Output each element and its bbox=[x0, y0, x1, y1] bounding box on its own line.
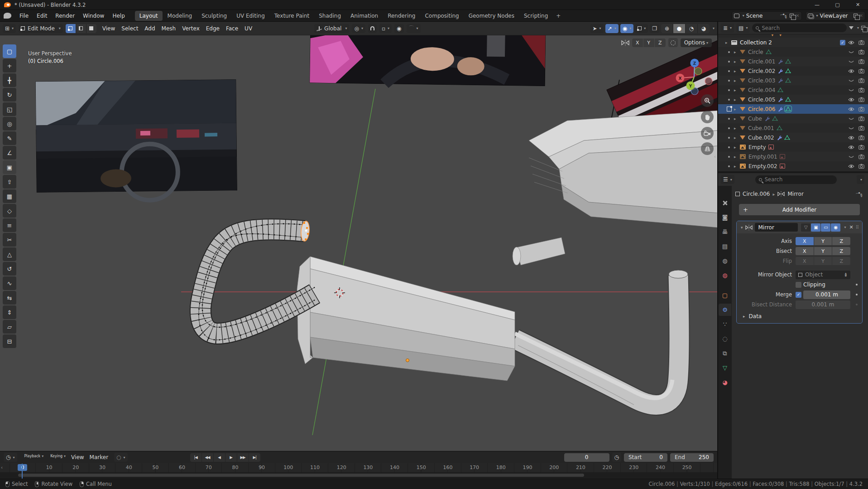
Empty[interactable]: ▸ Empty ✓ bbox=[718, 142, 868, 152]
tool-edge-slide[interactable]: ⇆ bbox=[3, 291, 16, 305]
shading-rendered[interactable]: ◕ bbox=[698, 24, 710, 33]
minimize-button[interactable]: — bbox=[807, 0, 827, 10]
restore-button[interactable]: ▢ bbox=[827, 0, 848, 10]
disable-in-renders-icon[interactable] bbox=[857, 107, 865, 111]
eye-open-icon[interactable] bbox=[848, 69, 855, 73]
breadcrumb-modifier[interactable]: Mirror bbox=[787, 191, 803, 197]
viewport-menu[interactable]: Face bbox=[223, 24, 241, 33]
menu-item[interactable]: Help bbox=[109, 11, 128, 20]
object-name[interactable]: Cube bbox=[748, 116, 762, 122]
bisect-toggle[interactable]: Z bbox=[832, 247, 850, 255]
tool-rip-region[interactable]: ⊟ bbox=[3, 334, 16, 348]
menu-item[interactable]: Edit bbox=[33, 11, 51, 20]
Circle.004[interactable]: ▸ Circle.004 ✓ bbox=[718, 85, 868, 95]
object-name[interactable]: Circle.006 bbox=[748, 106, 775, 112]
mesh-connector-tube[interactable] bbox=[513, 237, 565, 265]
expand-arrow[interactable]: ▸ bbox=[734, 155, 738, 159]
mesh-edit-wireframe-arm[interactable] bbox=[199, 221, 315, 340]
expand-arrow[interactable]: ▸ bbox=[734, 145, 738, 150]
collapse-chevron[interactable]: ▾ bbox=[741, 225, 743, 230]
sidebar-collapse-arrow[interactable]: ‹ bbox=[714, 154, 716, 159]
disable-in-renders-icon[interactable] bbox=[857, 40, 865, 45]
editor-type-button[interactable]: ⊞▾ bbox=[3, 24, 16, 33]
modifier-name-field[interactable]: Mirror bbox=[755, 223, 798, 232]
disable-in-renders-icon[interactable] bbox=[857, 87, 865, 92]
data-subpanel[interactable]: ▸Data bbox=[737, 310, 861, 320]
object-name[interactable]: Empty.002 bbox=[748, 163, 777, 169]
tab-particles[interactable]: ∵ bbox=[719, 318, 731, 330]
use-preview-range-toggle[interactable]: ◷ bbox=[612, 453, 621, 462]
toggle-viewport-display[interactable]: ▭ bbox=[821, 223, 830, 232]
viewport-menu[interactable]: Mesh bbox=[158, 24, 179, 33]
workspace-tab[interactable]: Animation bbox=[346, 11, 383, 21]
viewport-scene[interactable]: Z X Y bbox=[0, 22, 718, 451]
tool-transform[interactable]: ◎ bbox=[3, 117, 16, 131]
object-name[interactable]: Circle.003 bbox=[748, 77, 775, 84]
disable-in-renders-icon[interactable] bbox=[857, 68, 865, 73]
pivot-point-dropdown[interactable]: ◎▾ bbox=[352, 24, 365, 33]
eye-open-icon[interactable] bbox=[848, 145, 855, 150]
flip-toggle[interactable]: X bbox=[796, 257, 814, 265]
eye-open-icon[interactable] bbox=[848, 40, 855, 45]
eye-closed-icon[interactable] bbox=[848, 155, 855, 159]
eye-open-icon[interactable] bbox=[848, 97, 855, 102]
timeline-menu[interactable]: Playback▾ bbox=[22, 453, 46, 461]
play-reverse-button[interactable]: ◀ bbox=[214, 453, 225, 462]
mirror-axis-button[interactable]: Y bbox=[643, 39, 654, 47]
mirror-object-field[interactable]: Object ✐ bbox=[796, 271, 850, 279]
clipping-checkbox[interactable] bbox=[796, 282, 801, 288]
menu-item[interactable]: File bbox=[16, 11, 32, 20]
disable-in-renders-icon[interactable] bbox=[857, 126, 865, 131]
toggle-on-cage[interactable]: ▣ bbox=[811, 223, 820, 232]
tool-poly-build[interactable]: △ bbox=[3, 247, 16, 261]
disable-in-renders-icon[interactable] bbox=[857, 145, 865, 150]
select-mode-vertex[interactable] bbox=[66, 24, 76, 33]
current-frame-field[interactable]: 0 bbox=[564, 453, 609, 462]
tool-select-box[interactable]: ▢ bbox=[3, 44, 16, 58]
viewport-menu[interactable]: Edge bbox=[203, 24, 223, 33]
axis-toggle[interactable]: Z bbox=[832, 237, 850, 245]
tab-constraints[interactable]: ⧉ bbox=[719, 347, 731, 359]
tab-world[interactable]: ◍ bbox=[719, 269, 731, 281]
blender-menu-icon[interactable] bbox=[4, 13, 11, 19]
bisect-toggle[interactable]: Y bbox=[814, 247, 832, 255]
viewport-menu[interactable]: Select bbox=[118, 24, 141, 33]
object-name[interactable]: Cube.002 bbox=[748, 135, 774, 141]
tool-rotate[interactable]: ↻ bbox=[3, 88, 16, 102]
play-button[interactable]: ▶ bbox=[225, 453, 237, 462]
disable-in-renders-icon[interactable] bbox=[857, 49, 865, 54]
mode-selector[interactable]: Edit Mode▾ bbox=[19, 24, 63, 33]
tool-shear[interactable]: ▱ bbox=[3, 320, 16, 334]
eye-closed-icon[interactable] bbox=[848, 88, 855, 92]
properties-search[interactable] bbox=[755, 175, 837, 184]
modifier-extras-dropdown[interactable]: ▾ bbox=[844, 225, 846, 229]
remove-view-layer-icon[interactable]: ✕ bbox=[859, 13, 863, 18]
tool-annotate[interactable]: ✎ bbox=[3, 131, 16, 145]
viewport-menu[interactable]: UV bbox=[241, 24, 255, 33]
object-name[interactable]: Circle.002 bbox=[748, 68, 775, 74]
workspace-tab[interactable]: Layout bbox=[135, 11, 163, 21]
object-name[interactable]: Empty bbox=[748, 144, 766, 150]
filter-icon[interactable] bbox=[849, 26, 854, 29]
timeline-scrollbar[interactable] bbox=[18, 474, 584, 477]
object-name[interactable]: Collection 2 bbox=[740, 39, 772, 46]
tool-add-cube[interactable]: ▣ bbox=[3, 160, 16, 174]
transform-orientation-dropdown[interactable]: Global▾ bbox=[314, 24, 349, 33]
Cube.001[interactable]: ▸ Cube.001 ✓ bbox=[718, 123, 868, 133]
timeline-ruler[interactable]: 0102030405060708090100110120130140150160… bbox=[0, 463, 717, 472]
expand-arrow[interactable]: ▸ bbox=[734, 126, 738, 131]
tab-material[interactable]: ◕ bbox=[719, 376, 731, 388]
Circle.005[interactable]: ▸ Circle.005 ✓ bbox=[718, 95, 868, 104]
pin-icon[interactable]: 📍︎✎︎ bbox=[779, 11, 788, 20]
expand-arrow[interactable]: ▸ bbox=[725, 40, 729, 45]
expand-arrow[interactable]: ▸ bbox=[734, 136, 738, 140]
eyedropper-icon[interactable]: ✐ bbox=[843, 271, 849, 278]
axis-toggle[interactable]: X bbox=[796, 237, 814, 245]
close-button[interactable]: ✕ bbox=[848, 0, 868, 10]
disable-in-renders-icon[interactable] bbox=[857, 78, 865, 83]
expand-arrow[interactable]: ▸ bbox=[734, 97, 738, 102]
expand-arrow[interactable]: ▸ bbox=[734, 116, 738, 121]
expand-arrow[interactable]: ▸ bbox=[734, 69, 738, 73]
outliner-search-input[interactable] bbox=[762, 25, 843, 31]
workspace-tab[interactable]: Scripting bbox=[519, 11, 552, 21]
